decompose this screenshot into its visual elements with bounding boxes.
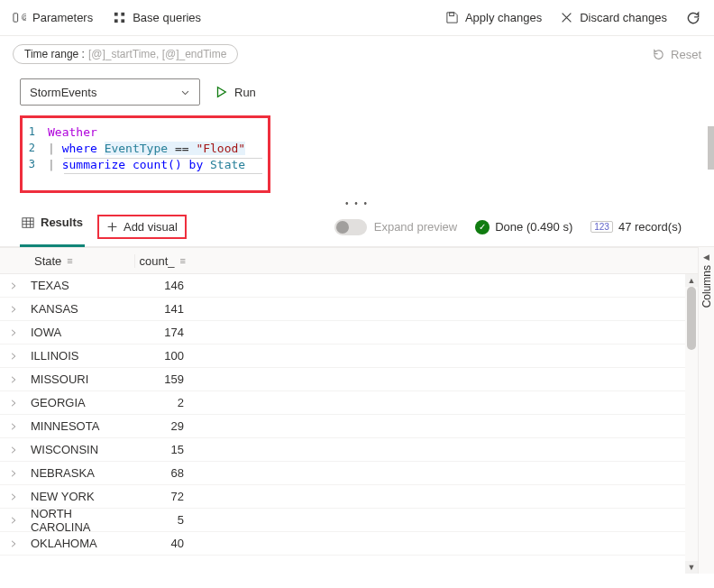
svg-text:@: @ xyxy=(21,13,26,22)
expand-row-icon[interactable] xyxy=(0,516,27,525)
cell-state: TEXAS xyxy=(27,279,135,292)
discard-changes-button[interactable]: Discard changes xyxy=(560,11,667,24)
expand-row-icon[interactable] xyxy=(0,352,27,361)
cell-count: 5 xyxy=(135,513,193,527)
expand-row-icon[interactable] xyxy=(0,375,27,384)
status-done: ✓ Done (0.490 s) xyxy=(475,220,572,234)
cell-count: 40 xyxy=(135,537,193,550)
line-number: 2 xyxy=(26,142,48,154)
timerange-pill[interactable]: Time range : [@]_startTime, [@]_endTime xyxy=(13,44,238,64)
expand-row-icon[interactable] xyxy=(0,305,27,314)
cell-count: 100 xyxy=(135,349,193,363)
table-row[interactable]: WISCONSIN15 xyxy=(0,438,714,462)
apply-changes-button[interactable]: Apply changes xyxy=(445,11,542,24)
vertical-scrollbar[interactable]: ▲ ▼ xyxy=(685,274,698,574)
cell-count: 68 xyxy=(135,466,193,480)
tab-results-label: Results xyxy=(41,216,83,229)
scrollbar-thumb[interactable] xyxy=(687,287,696,350)
scroll-down-icon[interactable]: ▼ xyxy=(685,561,698,574)
cell-count: 72 xyxy=(135,490,193,503)
cell-state: GEORGIA xyxy=(27,396,135,409)
columns-panel-label: Columns xyxy=(700,265,713,308)
token-keyword: by xyxy=(189,158,204,171)
results-grid[interactable]: State ≡ count_ ≡ TEXAS146KANSAS141IOWA17… xyxy=(0,247,714,574)
svg-rect-6 xyxy=(450,13,454,16)
parameters-button[interactable]: @ Parameters xyxy=(13,11,93,24)
timerange-params: [@]_startTime, [@]_endTime xyxy=(88,48,227,60)
table-row[interactable]: ILLINOIS100 xyxy=(0,345,714,368)
line-number: 3 xyxy=(26,158,48,170)
token-keyword: where xyxy=(62,142,97,155)
column-header-count[interactable]: count_ ≡ xyxy=(135,254,193,268)
table-row[interactable]: NEBRASKA68 xyxy=(0,462,714,485)
expand-row-icon[interactable] xyxy=(0,399,27,408)
base-queries-icon xyxy=(113,11,126,24)
cell-state: MINNESOTA xyxy=(27,419,135,433)
cell-state: KANSAS xyxy=(27,302,135,316)
token-identifier: State xyxy=(210,158,245,171)
numeric-badge-icon: 123 xyxy=(590,221,613,233)
undo-icon xyxy=(652,48,665,61)
refresh-icon[interactable] xyxy=(685,10,701,26)
expand-row-icon[interactable] xyxy=(0,446,27,455)
minimap-marker xyxy=(708,126,714,170)
column-menu-icon[interactable]: ≡ xyxy=(180,255,186,266)
scroll-up-icon[interactable]: ▲ xyxy=(685,274,698,287)
svg-rect-4 xyxy=(114,19,118,23)
expand-row-icon[interactable] xyxy=(0,492,27,501)
record-count-label: 47 record(s) xyxy=(618,220,682,234)
table-row[interactable]: TEXAS146 xyxy=(0,274,714,298)
parameters-icon: @ xyxy=(13,11,26,24)
base-queries-label: Base queries xyxy=(133,11,201,24)
columns-side-panel[interactable]: ◀ Columns xyxy=(698,247,714,574)
triangle-left-icon: ◀ xyxy=(703,253,709,262)
run-button[interactable]: Run xyxy=(215,86,256,99)
reset-button[interactable]: Reset xyxy=(652,48,701,61)
table-row[interactable]: NEW YORK72 xyxy=(0,485,714,509)
check-circle-icon: ✓ xyxy=(475,220,490,234)
query-editor[interactable]: 1Weather 2| where EventType == "Flood" 3… xyxy=(20,115,270,193)
expand-preview-toggle[interactable]: Expand preview xyxy=(334,219,458,235)
table-row[interactable]: GEORGIA2 xyxy=(0,391,714,415)
timerange-bar: Time range : [@]_startTime, [@]_endTime … xyxy=(0,36,714,72)
cell-state: OKLAHOMA xyxy=(27,537,135,550)
cell-state: MISSOURI xyxy=(27,372,135,386)
token-function: count() xyxy=(133,158,182,171)
svg-rect-7 xyxy=(23,217,33,227)
toggle-switch[interactable] xyxy=(334,219,367,235)
apply-label: Apply changes xyxy=(465,11,542,24)
table-row[interactable]: NORTH CAROLINA5 xyxy=(0,509,714,532)
expand-row-icon[interactable] xyxy=(0,422,27,431)
status-done-label: Done (0.490 s) xyxy=(495,220,572,234)
table-row[interactable]: OKLAHOMA40 xyxy=(0,532,714,556)
table-row[interactable]: MINNESOTA29 xyxy=(0,415,714,438)
cell-state: ILLINOIS xyxy=(27,349,135,363)
table-row[interactable]: KANSAS141 xyxy=(0,298,714,321)
column-menu-icon[interactable]: ≡ xyxy=(67,255,72,266)
datasource-dropdown[interactable]: StormEvents xyxy=(20,78,200,106)
token-table: Weather xyxy=(48,125,97,139)
cell-state: IOWA xyxy=(27,326,135,339)
cell-state: NEW YORK xyxy=(27,490,135,503)
cell-count: 141 xyxy=(135,302,193,316)
run-label: Run xyxy=(234,86,256,99)
line-number: 1 xyxy=(26,125,48,138)
expand-row-icon[interactable] xyxy=(0,539,27,548)
cell-state: NEBRASKA xyxy=(27,466,135,480)
datasource-value: StormEvents xyxy=(30,86,96,99)
expand-row-icon[interactable] xyxy=(0,469,27,478)
tab-results[interactable]: Results xyxy=(20,208,85,247)
cell-count: 174 xyxy=(135,326,193,339)
expand-row-icon[interactable] xyxy=(0,328,27,337)
column-header-state[interactable]: State ≡ xyxy=(27,254,135,268)
base-queries-button[interactable]: Base queries xyxy=(113,11,201,24)
table-row[interactable]: MISSOURI159 xyxy=(0,368,714,391)
results-grid-wrap: State ≡ count_ ≡ TEXAS146KANSAS141IOWA17… xyxy=(0,247,714,574)
cell-state: NORTH CAROLINA xyxy=(27,507,135,534)
chevron-down-icon xyxy=(180,87,190,97)
parameters-label: Parameters xyxy=(32,11,93,24)
resize-handle[interactable]: • • • xyxy=(0,198,714,207)
table-row[interactable]: IOWA174 xyxy=(0,321,714,345)
add-visual-button[interactable]: Add visual xyxy=(97,215,187,239)
expand-row-icon[interactable] xyxy=(0,281,27,290)
